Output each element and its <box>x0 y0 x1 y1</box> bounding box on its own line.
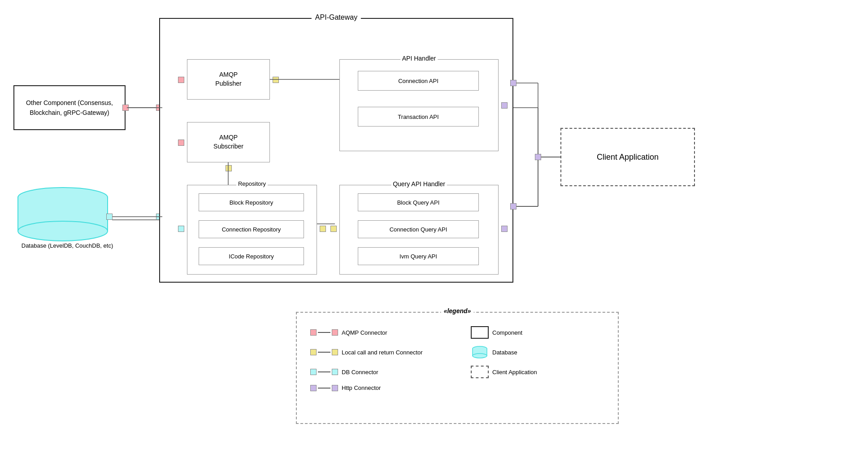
legend-item-component: Component <box>471 326 604 339</box>
legend-amqp-label: AQMP Connector <box>342 329 387 336</box>
query-api-handler-label: Query API Handler <box>391 180 447 188</box>
legend-component-label: Component <box>492 329 522 336</box>
amqp-publisher-box: AMQPPublisher <box>187 59 270 100</box>
database-right-connector <box>106 214 113 220</box>
legend-item-db-connector: DB Connector <box>310 366 444 378</box>
repository-label: Repository <box>236 180 268 187</box>
amqp-subscriber-label: AMQPSubscriber <box>213 133 243 151</box>
legend-client-app-label: Client Application <box>492 369 537 376</box>
ivm-query-api-item: Ivm Query API <box>358 247 479 265</box>
database-container: Database (LevelDB, CouchDB, etc) <box>13 186 121 250</box>
api-handler-label: API Handler <box>400 55 438 62</box>
legend-database-icon <box>471 345 489 359</box>
amqp-subscriber-box: AMQPSubscriber <box>187 122 270 162</box>
database-icon <box>13 186 112 245</box>
amqp-subscriber-bottom-connector <box>226 165 232 171</box>
api-handler-right-connector <box>501 102 508 109</box>
block-repository-item: Block Repository <box>199 193 304 211</box>
gateway-right-lower-connector <box>510 203 516 210</box>
query-api-handler-box: Query API Handler Block Query API Connec… <box>339 185 499 275</box>
legend-title: «legend» <box>441 307 474 314</box>
legend-item-local: Local call and return Connector <box>310 345 444 359</box>
legend-database-label: Database <box>492 349 517 356</box>
repository-box: Repository Block Repository Connection R… <box>187 185 317 275</box>
connection-query-api-item: Connection Query API <box>358 220 479 238</box>
other-component-label: Other Component (Consensus, Blockchain, … <box>14 98 125 118</box>
connection-api-item: Connection API <box>358 71 479 91</box>
amqp-publisher-label: AMQPPublisher <box>215 70 241 88</box>
legend-local-label: Local call and return Connector <box>342 349 423 356</box>
api-gateway-box: API-Gateway AMQPPublisher AMQPSubscriber <box>159 18 513 283</box>
icode-repository-item: ICode Repository <box>199 247 304 265</box>
other-component-right-connector <box>122 105 129 111</box>
repo-left-connector <box>178 226 184 232</box>
legend-item-client-app: Client Application <box>471 366 604 378</box>
other-component-box: Other Component (Consensus, Blockchain, … <box>13 85 126 130</box>
legend-item-amqp: AQMP Connector <box>310 326 444 339</box>
amqp-publisher-left-connector <box>178 77 184 83</box>
diagram-container: Other Component (Consensus, Blockchain, … <box>0 0 868 463</box>
repo-right-connector <box>320 226 326 232</box>
query-api-right-connector <box>501 226 508 232</box>
gateway-junction-connector <box>535 154 541 160</box>
legend-box: «legend» AQMP Connector Component <box>296 312 619 424</box>
amqp-subscriber-left-connector <box>178 140 184 146</box>
legend-db-connector-label: DB Connector <box>342 369 378 376</box>
client-app-box: Client Application <box>560 128 695 186</box>
database-label: Database (LevelDB, CouchDB, etc) <box>13 241 121 250</box>
transaction-api-item: Transaction API <box>358 107 479 127</box>
amqp-publisher-right-connector <box>273 77 279 83</box>
legend-item-http: Http Connector <box>310 384 444 391</box>
client-app-label: Client Application <box>597 153 659 162</box>
api-handler-box: API Handler Connection API Transaction A… <box>339 59 499 151</box>
legend-item-database: Database <box>471 345 604 359</box>
svg-point-30 <box>473 354 487 358</box>
api-gateway-label: API-Gateway <box>312 13 361 22</box>
connection-repository-item: Connection Repository <box>199 220 304 238</box>
legend-http-label: Http Connector <box>342 384 381 391</box>
block-query-api-item: Block Query API <box>358 193 479 211</box>
svg-point-15 <box>18 221 108 241</box>
query-api-left-connector <box>330 226 337 232</box>
gateway-right-upper-connector <box>510 80 516 86</box>
